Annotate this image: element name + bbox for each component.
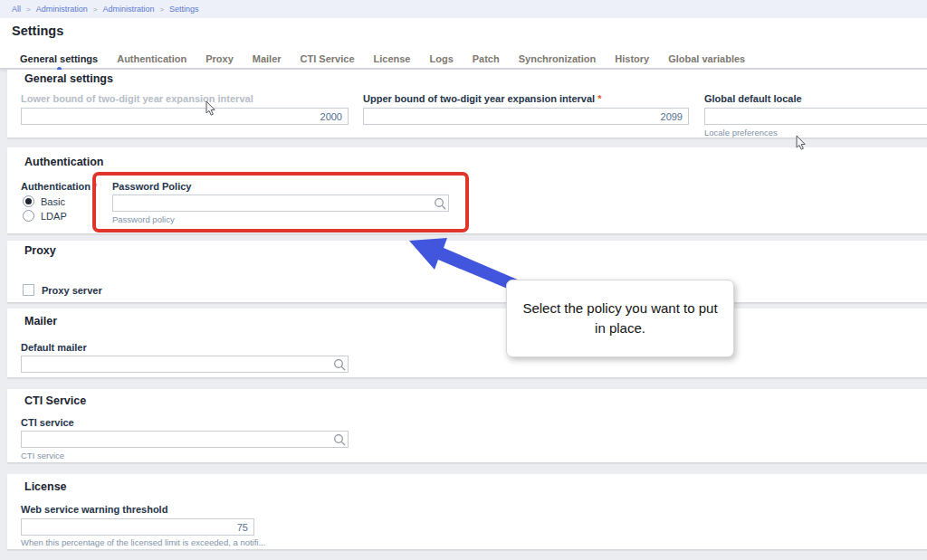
lower-bound-label: Lower bound of two-digit year expansion … [21,93,253,104]
checkbox-box [23,284,34,296]
annotation-tooltip-text: Select the policy you want to put in pla… [520,299,721,338]
section-general-settings: General settings Lower bound of two-digi… [7,70,927,138]
password-policy-helper: Password policy [112,214,175,224]
global-locale-label: Global default locale [704,93,802,104]
section-cti-service: CTI Service CTI service CTI service [7,389,927,463]
radio-ldap[interactable]: LDAP [23,210,67,222]
tab-label: General settings [20,53,98,64]
section-mailer: Mailer Default mailer [7,308,927,378]
password-policy-input[interactable] [112,195,449,212]
settings-page: All > Administration > Administration > … [0,0,927,560]
search-icon[interactable] [333,433,346,446]
default-mailer-input[interactable] [21,356,349,373]
authentication-field-label: Authentication * [21,181,97,192]
breadcrumb-item-administration[interactable]: Administration [36,5,88,14]
radio-basic[interactable]: Basic [23,195,65,207]
license-threshold-helper: When this percentage of the licensed lim… [21,537,265,547]
breadcrumb-item-administration-2[interactable]: Administration [102,5,154,14]
password-policy-lookup [112,195,449,212]
radio-ldap-circle [23,210,34,222]
section-heading-general: General settings [24,72,113,85]
section-heading-mailer: Mailer [24,315,57,327]
tab-mailer[interactable]: Mailer [253,53,282,64]
annotation-tooltip: Select the policy you want to put in pla… [506,280,734,357]
breadcrumb-item-all[interactable]: All [12,5,21,14]
tab-synchronization[interactable]: Synchronization [519,53,597,64]
web-service-threshold-label: Web service warning threshold [21,504,167,515]
tab-global-variables[interactable]: Global variables [668,53,745,64]
tab-patch[interactable]: Patch [473,53,500,64]
upper-bound-input[interactable] [363,108,689,125]
breadcrumb-item-settings[interactable]: Settings [169,5,199,14]
locale-preferences-helper: Locale preferences [704,128,778,138]
tab-cti-service[interactable]: CTI Service [301,53,355,64]
tab-general-settings[interactable]: General settings [20,53,98,64]
proxy-server-label: Proxy server [42,285,102,296]
section-heading-proxy: Proxy [24,244,56,257]
required-marker: * [93,181,97,192]
radio-ldap-label: LDAP [41,211,67,222]
section-heading-cti: CTI Service [24,394,86,407]
section-authentication: Authentication Authentication * Basic LD… [7,147,927,234]
search-icon[interactable] [434,197,446,210]
default-mailer-label: Default mailer [21,342,87,353]
proxy-server-checkbox[interactable]: Proxy server [23,284,102,296]
radio-basic-circle [23,195,34,207]
global-locale-input[interactable] [704,108,927,125]
breadcrumb-separator: > [159,5,164,14]
upper-bound-label-text: Upper bound of two-digit year expansion … [363,93,595,104]
cti-service-input[interactable] [21,431,349,448]
web-service-threshold-input[interactable] [21,518,254,536]
breadcrumb-separator: > [26,5,31,14]
section-heading-authentication: Authentication [24,156,104,168]
tab-authentication[interactable]: Authentication [117,53,186,64]
lower-bound-input[interactable] [21,108,349,125]
tab-history[interactable]: History [615,53,649,64]
breadcrumb: All > Administration > Administration > … [0,0,927,18]
section-heading-license: License [24,480,67,493]
tab-proxy[interactable]: Proxy [205,53,234,64]
search-icon[interactable] [333,358,346,371]
page-header: Settings General settings Authentication… [0,18,927,69]
page-title: Settings [12,24,63,38]
cti-service-label: CTI service [21,417,74,428]
password-policy-label: Password Policy [112,181,191,192]
cti-service-helper: CTI service [21,451,64,460]
cti-service-lookup [21,431,349,448]
default-mailer-lookup [21,356,349,373]
radio-basic-label: Basic [41,196,65,207]
breadcrumb-separator: > [93,5,98,14]
section-proxy: Proxy Proxy server [7,241,927,303]
required-marker: * [597,93,601,104]
tab-strip: General settings Authentication Proxy Ma… [0,48,927,69]
tab-license[interactable]: License [374,53,411,64]
tab-logs[interactable]: Logs [429,53,453,64]
section-license: License Web service warning threshold Wh… [7,474,927,550]
upper-bound-label: Upper bound of two-digit year expansion … [363,93,601,104]
authentication-label-text: Authentication [21,181,91,192]
